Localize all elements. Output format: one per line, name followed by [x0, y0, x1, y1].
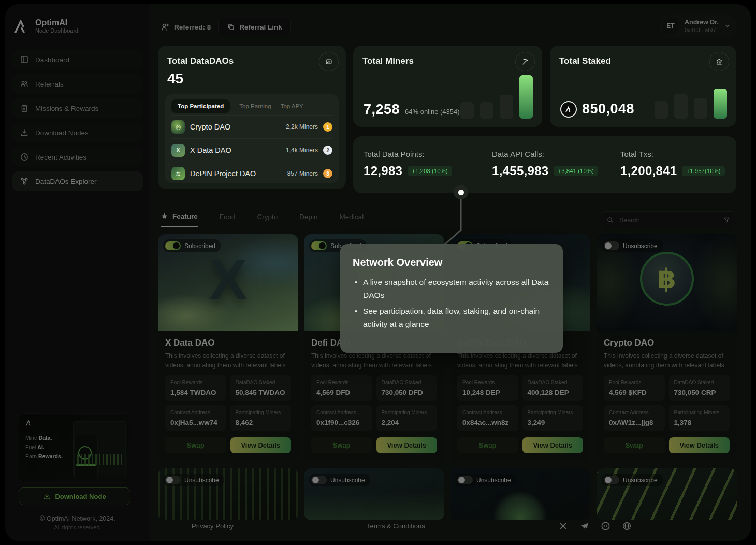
tooltip-bullet: See participation, data flow, staking, a…: [353, 305, 550, 331]
walkthrough-layer: Network Overview A live snapshot of ecos…: [5, 4, 751, 541]
walkthrough-anchor-dot[interactable]: [454, 185, 468, 199]
network-overview-tooltip: Network Overview A live snapshot of ecos…: [340, 244, 563, 353]
app-window: OptimAI Node Dashboard Dashboard Referra…: [5, 4, 751, 541]
tooltip-bullets: A live snapshot of ecosystem activity ac…: [353, 276, 550, 331]
tooltip-title: Network Overview: [353, 256, 550, 268]
tooltip-bullet: A live snapshot of ecosystem activity ac…: [353, 276, 550, 302]
